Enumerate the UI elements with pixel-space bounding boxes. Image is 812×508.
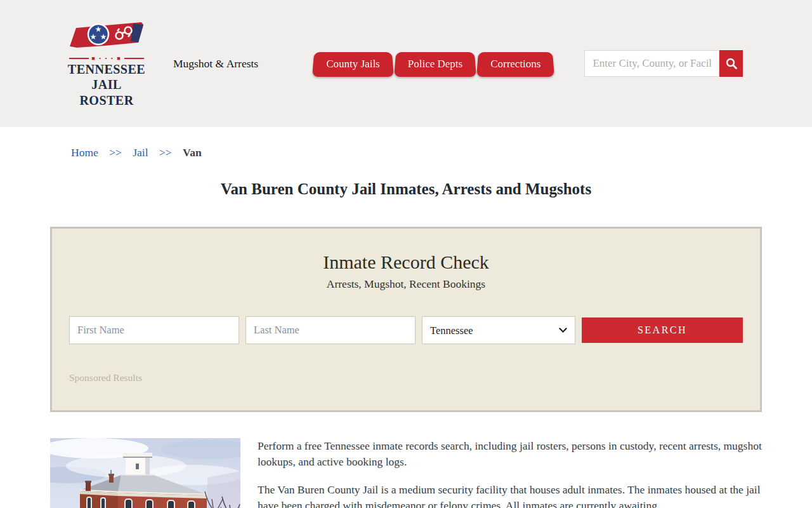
nav-corrections-label: Corrections — [490, 58, 540, 70]
nav-police-depts[interactable]: Police Depts — [398, 51, 472, 77]
header-search-button[interactable] — [719, 50, 743, 77]
search-icon — [725, 57, 738, 70]
record-check-form: Tennessee SEARCH — [69, 316, 743, 344]
logo-text-line1: TENNESSEE — [64, 62, 149, 77]
breadcrumb: Home >> Jail >> Van — [71, 146, 762, 159]
inmate-record-check-panel: Inmate Record Check Arrests, Mugshot, Re… — [50, 227, 762, 412]
breadcrumb-separator: >> — [109, 146, 122, 159]
main-content: Home >> Jail >> Van Van Buren County Jai… — [50, 146, 762, 508]
search-submit-button[interactable]: SEARCH — [582, 318, 743, 343]
panel-subtitle: Arrests, Mugshot, Recent Bookings — [69, 277, 743, 291]
main-nav: County Jails Police Depts Corrections — [317, 51, 559, 77]
breadcrumb-separator: >> — [159, 146, 172, 159]
breadcrumb-current: Van — [183, 146, 202, 159]
logo-divider: ■ • • • ■ — [69, 57, 144, 60]
tennessee-state-icon: ★ ★ ★ — [68, 19, 145, 56]
breadcrumb-home-link[interactable]: Home — [71, 146, 98, 159]
jail-building-photo — [50, 438, 240, 508]
breadcrumb-jail-link[interactable]: Jail — [133, 146, 148, 159]
sponsored-results-label: Sponsored Results — [69, 372, 743, 384]
building-photo-graphic — [50, 438, 240, 508]
nav-police-depts-label: Police Depts — [408, 58, 462, 70]
panel-title: Inmate Record Check — [69, 251, 743, 273]
facility-paragraph: The Van Buren County Jail is a medium se… — [258, 482, 762, 508]
site-header: ★ ★ ★ ■ • • • ■ TENNESSEE JAIL ROSTER Mu… — [0, 0, 812, 127]
page-title: Van Buren County Jail Inmates, Arrests a… — [50, 180, 762, 198]
header-search-input[interactable] — [584, 50, 719, 77]
state-select-wrap: Tennessee — [422, 316, 575, 344]
last-name-input[interactable] — [246, 316, 416, 344]
nav-county-jails[interactable]: County Jails — [317, 51, 390, 77]
site-tagline: Mugshot & Arrests — [173, 57, 258, 70]
nav-county-jails-label: County Jails — [326, 58, 380, 70]
description-section: Perform a free Tennessee inmate records … — [50, 438, 762, 508]
svg-text:★: ★ — [100, 32, 107, 41]
intro-paragraph: Perform a free Tennessee inmate records … — [258, 438, 762, 470]
description-text: Perform a free Tennessee inmate records … — [258, 438, 762, 508]
state-select[interactable]: Tennessee — [422, 316, 575, 344]
nav-corrections[interactable]: Corrections — [481, 51, 550, 77]
svg-text:★: ★ — [90, 32, 97, 41]
logo-text-line2: JAIL ROSTER — [64, 77, 149, 108]
first-name-input[interactable] — [69, 316, 239, 344]
header-search — [584, 50, 743, 77]
site-logo[interactable]: ★ ★ ★ ■ • • • ■ TENNESSEE JAIL ROSTER — [64, 19, 149, 108]
